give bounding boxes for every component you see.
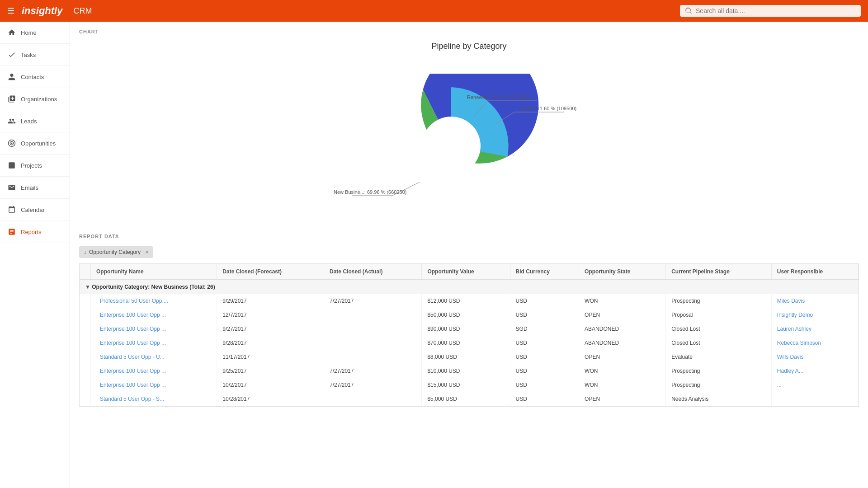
opportunity-name[interactable]: Professional 50 User Opp.... xyxy=(91,294,217,308)
sidebar-item-tasks[interactable]: Tasks xyxy=(0,44,70,66)
home-icon xyxy=(7,28,16,37)
user-responsible[interactable]: Rebecca Simpson xyxy=(771,336,858,350)
row-checkbox xyxy=(80,392,91,406)
app-header: ☰ insightly CRM xyxy=(0,0,868,22)
bid-currency: USD xyxy=(510,392,579,406)
pipeline-stage: Prospecting xyxy=(666,364,772,378)
sidebar-item-contacts[interactable]: Contacts xyxy=(0,66,70,88)
table-row: Enterprise 100 User Opp ... 9/27/2017 $9… xyxy=(80,322,859,336)
col-opp-state[interactable]: Opportunity State xyxy=(579,264,666,280)
sidebar-label-contacts: Contacts xyxy=(21,74,44,80)
col-pipeline-stage[interactable]: Current Pipeline Stage xyxy=(666,264,772,280)
emails-icon xyxy=(7,183,16,192)
table-row: Standard 5 User Opp - S... 10/28/2017 $5… xyxy=(80,392,859,406)
sidebar-label-opportunities: Opportunities xyxy=(21,140,56,147)
date-actual xyxy=(324,392,422,406)
date-forecast: 9/29/2017 xyxy=(217,294,324,308)
table-row: Professional 50 User Opp.... 9/29/2017 7… xyxy=(80,294,859,308)
sidebar-item-home[interactable]: Home xyxy=(0,22,70,44)
bid-currency: USD xyxy=(510,294,579,308)
col-date-forecast[interactable]: Date Closed (Forecast) xyxy=(217,264,324,280)
organizations-icon xyxy=(7,94,16,103)
sidebar-item-emails[interactable]: Emails xyxy=(0,177,70,199)
filter-chip-category[interactable]: ↓ Opportunity Category × xyxy=(79,246,153,258)
row-checkbox xyxy=(80,322,91,336)
date-forecast: 10/2/2017 xyxy=(217,378,324,392)
user-responsible[interactable]: Lauren Ashley xyxy=(771,322,858,336)
date-forecast: 9/27/2017 xyxy=(217,322,324,336)
opportunity-name[interactable]: Enterprise 100 User Opp ... xyxy=(91,378,217,392)
pipeline-stage: Closed Lost xyxy=(666,336,772,350)
sidebar-item-projects[interactable]: Projects xyxy=(0,155,70,177)
chart-section-label: CHART xyxy=(79,29,859,34)
filter-close-icon[interactable]: × xyxy=(145,249,149,256)
date-actual: 7/27/2017 xyxy=(324,294,422,308)
chart-title: Pipeline by Category xyxy=(79,42,859,51)
col-bid-currency[interactable]: Bid Currency xyxy=(510,264,579,280)
row-checkbox xyxy=(80,294,91,308)
sidebar-item-calendar[interactable]: Calendar xyxy=(0,199,70,221)
opp-state: OPEN xyxy=(579,308,666,322)
contacts-icon xyxy=(7,72,16,81)
user-responsible[interactable] xyxy=(771,392,858,406)
pipeline-stage: Closed Lost xyxy=(666,322,772,336)
donut-hole xyxy=(422,117,481,175)
pipeline-stage: Needs Analysis xyxy=(666,392,772,406)
user-responsible[interactable]: Insightly Demo xyxy=(771,308,858,322)
row-checkbox xyxy=(80,378,91,392)
search-icon xyxy=(685,7,692,14)
opp-value: $8,000 USD xyxy=(422,350,510,364)
date-forecast: 12/7/2017 xyxy=(217,308,324,322)
row-checkbox xyxy=(80,350,91,364)
sidebar-item-opportunities[interactable]: Opportunities xyxy=(0,132,70,155)
logo: insightly xyxy=(22,5,62,17)
app-name: CRM xyxy=(73,6,92,16)
date-actual: 7/27/2017 xyxy=(324,364,422,378)
sidebar-item-organizations[interactable]: Organizations xyxy=(0,88,70,110)
date-actual: 7/27/2017 xyxy=(324,378,422,392)
opp-state: WON xyxy=(579,294,666,308)
sidebar-label-projects: Projects xyxy=(21,162,42,169)
pipeline-stage: Prospecting xyxy=(666,294,772,308)
date-actual xyxy=(324,308,422,322)
opportunity-name[interactable]: Enterprise 100 User Opp ... xyxy=(91,322,217,336)
row-checkbox xyxy=(80,364,91,378)
table-row: Standard 5 User Opp - U... 11/17/2017 $8… xyxy=(80,350,859,364)
reports-icon xyxy=(7,227,16,236)
opportunity-name[interactable]: Enterprise 100 User Opp ... xyxy=(91,336,217,350)
user-responsible[interactable]: ... xyxy=(771,378,858,392)
calendar-icon xyxy=(7,205,16,214)
opportunity-name[interactable]: Enterprise 100 User Opp ... xyxy=(91,308,217,322)
opportunity-name[interactable]: Standard 5 User Opp - S... xyxy=(91,392,217,406)
opp-value: $90,000 USD xyxy=(422,322,510,336)
user-responsible[interactable]: Hadley A... xyxy=(771,364,858,378)
tasks-icon xyxy=(7,50,16,59)
col-date-actual[interactable]: Date Closed (Actual) xyxy=(324,264,422,280)
opp-state: ABANDONED xyxy=(579,336,666,350)
opp-state: WON xyxy=(579,364,666,378)
user-responsible[interactable]: Wills Davis xyxy=(771,350,858,364)
opportunity-name[interactable]: Enterprise 100 User Opp ... xyxy=(91,364,217,378)
sidebar-label-leads: Leads xyxy=(21,118,37,125)
sidebar-label-tasks: Tasks xyxy=(21,52,36,58)
opportunity-name[interactable]: Standard 5 User Opp - U... xyxy=(91,350,217,364)
date-actual xyxy=(324,322,422,336)
user-responsible[interactable]: Miles Davis xyxy=(771,294,858,308)
group-row: ▼ Opportunity Category: New Business (To… xyxy=(80,280,859,294)
col-user[interactable]: User Responsible xyxy=(771,264,858,280)
report-table-wrap: Opportunity Name Date Closed (Forecast) … xyxy=(79,263,859,407)
sidebar-item-leads[interactable]: Leads xyxy=(0,110,70,132)
group-label: Opportunity Category: New Business (Tota… xyxy=(92,284,215,290)
menu-icon[interactable]: ☰ xyxy=(7,6,14,16)
col-opportunity-name[interactable]: Opportunity Name xyxy=(91,264,217,280)
search-input[interactable] xyxy=(696,7,855,14)
svg-point-2 xyxy=(11,143,13,144)
table-row: Enterprise 100 User Opp ... 9/28/2017 $7… xyxy=(80,336,859,350)
col-opp-value[interactable]: Opportunity Value xyxy=(422,264,510,280)
sidebar-item-reports[interactable]: Reports xyxy=(0,221,70,243)
date-forecast: 9/28/2017 xyxy=(217,336,324,350)
filter-label: Opportunity Category xyxy=(89,249,141,255)
expand-icon[interactable]: ▼ xyxy=(85,284,92,290)
table-row: Enterprise 100 User Opp ... 12/7/2017 $5… xyxy=(80,308,859,322)
search-bar xyxy=(680,5,861,17)
